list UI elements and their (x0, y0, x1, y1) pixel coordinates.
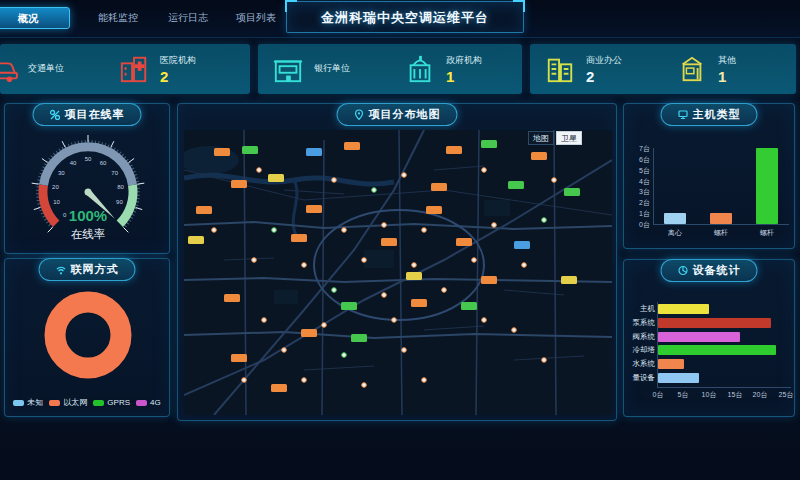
map-marker[interactable] (372, 188, 377, 193)
map-marker[interactable] (362, 258, 367, 263)
map-marker[interactable] (242, 146, 258, 154)
satellite-mode-button[interactable]: 卫星 (556, 131, 582, 145)
map-marker[interactable] (214, 148, 230, 156)
stat-label: 交通单位 (28, 62, 64, 75)
map-marker[interactable] (482, 168, 487, 173)
map-marker[interactable] (492, 223, 497, 228)
office-icon (542, 53, 578, 85)
panel-map-header: 项目分布地图 (337, 103, 458, 126)
map-marker[interactable] (508, 181, 524, 189)
panel-online-rate: 项目在线率 0 10 20 30 40 50 60 70 80 90 (4, 103, 170, 254)
map-marker[interactable] (542, 358, 547, 363)
map-marker[interactable] (561, 276, 577, 284)
map-marker[interactable] (472, 258, 477, 263)
map-marker[interactable] (381, 238, 397, 246)
map-marker[interactable] (422, 378, 427, 383)
map-marker[interactable] (542, 218, 547, 223)
monitor-icon (678, 109, 689, 120)
map-marker[interactable] (422, 228, 427, 233)
project-map[interactable] (184, 130, 612, 415)
tab-overview[interactable]: 概况 (0, 7, 70, 29)
tab-project-list[interactable]: 项目列表 (226, 7, 286, 29)
map-marker[interactable] (306, 205, 322, 213)
map-marker[interactable] (341, 302, 357, 310)
map-marker[interactable] (302, 263, 307, 268)
map-marker[interactable] (442, 288, 447, 293)
legend-item-unknown[interactable]: 未知 (13, 397, 43, 408)
map-marker[interactable] (196, 206, 212, 214)
map-marker[interactable] (552, 178, 557, 183)
svg-text:40: 40 (70, 160, 77, 166)
map-marker[interactable] (461, 302, 477, 310)
map-marker[interactable] (531, 152, 547, 160)
map-marker[interactable] (212, 228, 217, 233)
svg-text:10: 10 (53, 199, 60, 205)
map-marker[interactable] (332, 288, 337, 293)
map-marker[interactable] (242, 378, 247, 383)
map-marker[interactable] (257, 168, 262, 173)
map-marker[interactable] (344, 142, 360, 150)
app-title-plate: 金洲科瑞中央空调运维平台 (286, 1, 524, 33)
svg-text:70: 70 (111, 170, 118, 176)
stat-label: 商业办公 (586, 54, 622, 67)
map-marker[interactable] (301, 329, 317, 337)
map-marker[interactable] (224, 294, 240, 302)
legend-item-gprs[interactable]: GPRS (93, 397, 130, 408)
map-marker[interactable] (271, 384, 287, 392)
map-marker[interactable] (332, 178, 337, 183)
map-marker[interactable] (481, 276, 497, 284)
map-marker[interactable] (431, 183, 447, 191)
panel-title: 项目在线率 (65, 107, 125, 122)
map-marker[interactable] (512, 328, 517, 333)
map-marker[interactable] (382, 293, 387, 298)
map-marker[interactable] (402, 173, 407, 178)
bank-icon (270, 53, 306, 85)
bar-screw (710, 213, 732, 224)
map-marker[interactable] (446, 146, 462, 154)
tab-energy-monitor[interactable]: 能耗监控 (88, 7, 148, 29)
map-marker[interactable] (188, 236, 204, 244)
online-rate-gauge: 0 10 20 30 40 50 60 70 80 90 100% 在线率 (13, 124, 163, 252)
map-marker[interactable] (481, 140, 497, 148)
map-marker[interactable] (514, 241, 530, 249)
top-nav: 概况 能耗监控 运行日志 项目列表 视频监控 金洲科瑞中央空调运维平台 (0, 0, 800, 38)
map-marker[interactable] (272, 228, 277, 233)
network-legend: 未知 以太网 GPRS 4G (5, 397, 169, 408)
bar-screw-2 (756, 148, 778, 224)
panel-network-header: 联网方式 (39, 258, 136, 281)
map-marker[interactable] (406, 272, 422, 280)
map-marker[interactable] (482, 318, 487, 323)
stat-label: 医院机构 (160, 54, 196, 67)
map-marker[interactable] (392, 318, 397, 323)
map-marker[interactable] (291, 234, 307, 242)
map-marker[interactable] (231, 354, 247, 362)
map-marker[interactable] (412, 263, 417, 268)
map-marker[interactable] (252, 258, 257, 263)
stat-value: 1 (446, 68, 482, 85)
map-marker[interactable] (231, 180, 247, 188)
building-icon (674, 53, 710, 85)
map-marker[interactable] (426, 206, 442, 214)
map-marker[interactable] (382, 223, 387, 228)
map-mode-button[interactable]: 地图 (528, 131, 554, 145)
map-marker[interactable] (402, 348, 407, 353)
tab-run-log[interactable]: 运行日志 (158, 7, 218, 29)
map-marker[interactable] (342, 228, 347, 233)
map-marker[interactable] (411, 299, 427, 307)
map-marker[interactable] (306, 148, 322, 156)
map-marker[interactable] (282, 348, 287, 353)
map-marker[interactable] (262, 318, 267, 323)
bar-meter-device (658, 373, 699, 383)
map-marker[interactable] (564, 188, 580, 196)
map-marker[interactable] (322, 323, 327, 328)
map-marker[interactable] (362, 383, 367, 388)
map-marker[interactable] (302, 378, 307, 383)
svg-text:50: 50 (85, 156, 92, 162)
map-marker[interactable] (522, 263, 527, 268)
map-marker[interactable] (351, 334, 367, 342)
map-marker[interactable] (268, 174, 284, 182)
legend-item-ethernet[interactable]: 以太网 (49, 397, 87, 408)
legend-item-4g[interactable]: 4G (136, 397, 161, 408)
map-marker[interactable] (342, 353, 347, 358)
map-marker[interactable] (456, 238, 472, 246)
